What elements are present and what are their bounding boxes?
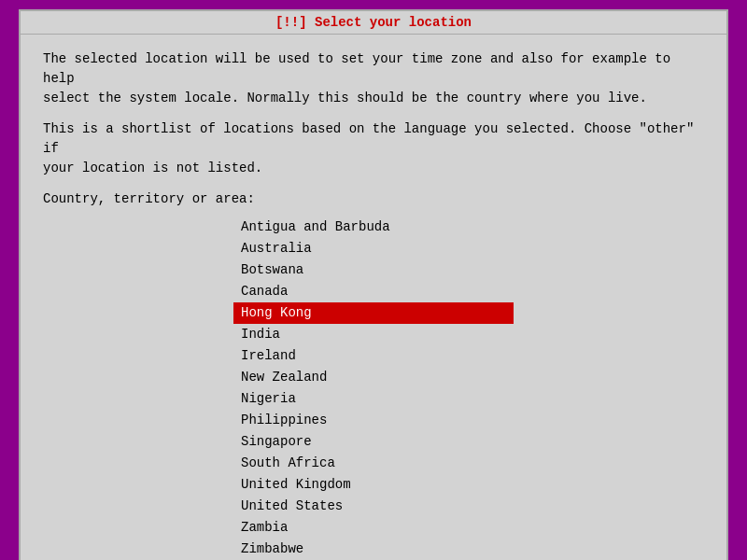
list-item[interactable]: Zimbabwe — [233, 539, 514, 560]
content: The selected location will be used to se… — [21, 35, 726, 560]
list-item[interactable]: Botswana — [233, 259, 514, 281]
description-text: The selected location will be used to se… — [43, 51, 670, 105]
list-item[interactable]: Nigeria — [233, 388, 514, 410]
dialog: [!!] Select your location The selected l… — [19, 9, 728, 560]
list-item[interactable]: United States — [233, 496, 514, 517]
list-item[interactable]: South Africa — [233, 453, 514, 474]
main-area: [!!] Select your location The selected l… — [0, 0, 747, 560]
list-container: Antigua and BarbudaAustraliaBotswanaCana… — [43, 217, 704, 560]
dialog-title: [!!] Select your location — [275, 15, 472, 30]
shortlist-text: This is a shortlist of locations based o… — [43, 121, 694, 175]
list-item[interactable]: Hong Kong — [233, 302, 514, 324]
list-item[interactable]: Ireland — [233, 345, 514, 367]
list-item[interactable]: Canada — [233, 281, 514, 302]
list-item[interactable]: New Zealand — [233, 367, 514, 388]
list-item[interactable]: Singapore — [233, 431, 514, 453]
list-item[interactable]: India — [233, 324, 514, 345]
country-label: Country, territory or area: — [43, 189, 704, 209]
description: The selected location will be used to se… — [43, 49, 704, 108]
title-bar: [!!] Select your location — [21, 11, 726, 35]
list-item[interactable]: Antigua and Barbuda — [233, 217, 514, 238]
shortlist-description: This is a shortlist of locations based o… — [43, 119, 704, 178]
list-item[interactable]: Australia — [233, 238, 514, 259]
list-item[interactable]: Zambia — [233, 517, 514, 539]
list-item[interactable]: Philippines — [233, 410, 514, 431]
list-item[interactable]: United Kingdom — [233, 474, 514, 496]
country-list: Antigua and BarbudaAustraliaBotswanaCana… — [233, 217, 514, 560]
